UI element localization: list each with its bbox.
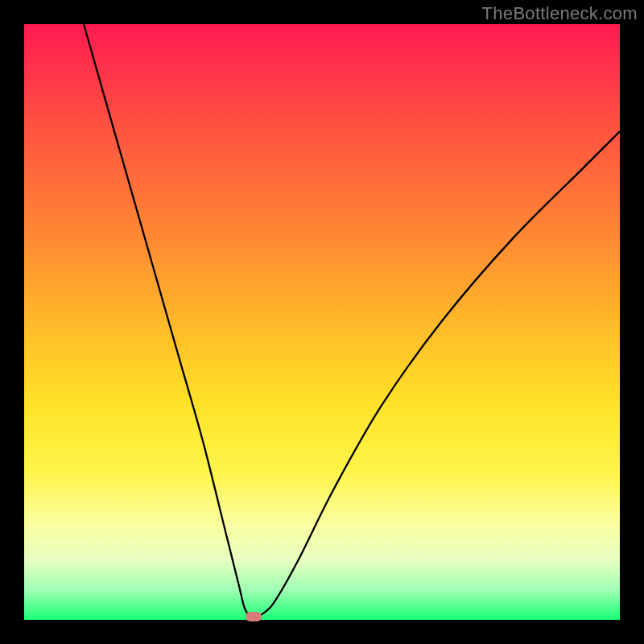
chart-frame: TheBottleneck.com — [0, 0, 644, 644]
min-marker — [246, 612, 262, 621]
bottleneck-curve — [84, 24, 620, 617]
watermark-text: TheBottleneck.com — [482, 3, 638, 24]
plot-area — [24, 24, 620, 620]
curve-svg — [24, 24, 620, 620]
